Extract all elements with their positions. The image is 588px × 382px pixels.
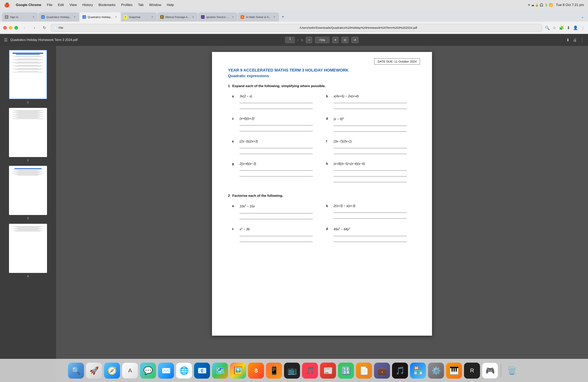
menubar-window[interactable]: Window: [149, 3, 161, 7]
tab-snapchat[interactable]: 👻 Snapchat ✕: [121, 12, 157, 21]
window-minimize[interactable]: [9, 26, 12, 30]
tab-title-snap: Snapchat: [129, 16, 149, 19]
menubar-app[interactable]: Google Chrome: [16, 3, 42, 7]
thumb-page-2: [9, 108, 47, 157]
tab-biblical[interactable]: B Biblical Passage A... ✕: [157, 12, 198, 21]
q2a-line2: [240, 219, 313, 219]
question-1e: e (2x−3)(2x+3): [228, 137, 322, 160]
menubar-edit[interactable]: Edit: [58, 3, 64, 7]
q2d-expr: 49x2 − 64y2: [334, 227, 350, 231]
dock-roblox[interactable]: R: [464, 363, 480, 379]
pdf-print-icon[interactable]: 🖨: [573, 38, 577, 42]
dock-contacts[interactable]: 📱: [266, 363, 282, 379]
thumb-page-4: [9, 224, 47, 273]
tab-title-q2: Quadratics Holiday...: [88, 16, 112, 19]
tab-title-q1: Quadratics Holiday...: [46, 16, 71, 19]
menubar-help[interactable]: Help: [167, 3, 174, 7]
q2b-line1: [334, 212, 407, 213]
tab-quadratics2[interactable]: Q Quadratics Holiday... ✕: [80, 12, 120, 21]
dock-photos[interactable]: 🖼️: [230, 363, 246, 379]
dock-epicgames[interactable]: 🎮: [482, 363, 498, 379]
tab-aimath[interactable]: A AI Math Solver & S... ✕: [238, 12, 279, 21]
dock-trash[interactable]: 🗑️: [504, 363, 520, 379]
q2b-letter: b: [326, 204, 330, 208]
dock-pages[interactable]: 📄: [356, 363, 372, 379]
dock-messages[interactable]: 💬: [140, 363, 156, 379]
thumbnail-1[interactable]: 1: [3, 50, 53, 104]
menubar-view[interactable]: View: [69, 3, 77, 7]
tab-ignatian[interactable]: I Ignatian Service -... ✕: [198, 12, 237, 21]
dock-music[interactable]: 🎵: [302, 363, 318, 379]
dock-chrome[interactable]: 🌐: [176, 363, 192, 379]
thumbnail-2[interactable]: 2: [3, 108, 53, 162]
search-icon[interactable]: 🔍: [545, 25, 550, 30]
dock-numpad[interactable]: 8: [248, 363, 264, 379]
tab-close-snap[interactable]: ✕: [151, 15, 154, 19]
pdf-sidebar-toggle[interactable]: ☰: [4, 38, 8, 42]
dock-numbers[interactable]: 🔢: [338, 363, 354, 379]
tab-close-biblical[interactable]: ✕: [191, 15, 195, 19]
dock-safari[interactable]: 🧭: [104, 363, 120, 379]
forward-button[interactable]: ›: [31, 24, 38, 31]
dock-mail[interactable]: ✉️: [158, 363, 174, 379]
q1f-line1: [334, 148, 407, 148]
new-tab-button[interactable]: +: [279, 13, 287, 20]
dock-spotify[interactable]: 🎵: [392, 363, 408, 379]
tab-favicon-q1: Q: [41, 15, 45, 19]
dock-maps[interactable]: 🗺️: [212, 363, 228, 379]
addressbar-actions: 🔍 ☆ 🧩 ⬇ 👤 ⋮: [545, 25, 585, 30]
dock-appstore[interactable]: 🏪: [410, 363, 426, 379]
apple-menu[interactable]: 🍎: [4, 2, 9, 8]
pdf-download-icon[interactable]: ⬇: [566, 38, 570, 42]
dock-preferences[interactable]: ⚙️: [428, 363, 444, 379]
thumbnail-4[interactable]: 4: [3, 224, 53, 278]
back-button[interactable]: ‹: [21, 24, 28, 31]
question-2c: c x2 − 36: [228, 225, 322, 248]
profile-icon[interactable]: 👤: [573, 25, 578, 30]
q1f-letter: f: [326, 140, 330, 143]
pdf-zoom-out[interactable]: −: [306, 37, 312, 43]
tab-expand-button[interactable]: ⌄: [579, 13, 586, 20]
doc-subtitle: Quadratic expressions: [228, 74, 416, 78]
tab-close-q2[interactable]: ✕: [114, 15, 118, 19]
dock-appletv[interactable]: 📺: [284, 363, 300, 379]
bookmark-star-icon[interactable]: ☆: [553, 25, 556, 30]
tab-close-q1[interactable]: ✕: [73, 15, 76, 19]
download-icon[interactable]: ⬇: [567, 25, 570, 30]
window-close[interactable]: [3, 26, 7, 30]
menubar-profiles[interactable]: Profiles: [121, 3, 133, 7]
tab-signin[interactable]: S Sign in ✕: [2, 12, 38, 21]
q1c-expr: (x+6)(x+3): [240, 117, 254, 120]
pdf-main: 1 2: [0, 46, 588, 382]
dock-news[interactable]: 📰: [320, 363, 336, 379]
menubar-tab[interactable]: Tab: [138, 3, 143, 7]
section-1: 1 Expand each of the following, simplify…: [228, 84, 416, 188]
dock-launchpad[interactable]: 🚀: [86, 363, 102, 379]
more-menu-icon[interactable]: ⋮: [581, 25, 585, 30]
reload-button[interactable]: ↻: [41, 24, 48, 31]
q2d-line1: [334, 236, 407, 236]
extensions-icon[interactable]: 🧩: [559, 25, 564, 30]
pdf-more-icon[interactable]: ⋮: [580, 38, 584, 42]
dock-finder[interactable]: 🔍: [68, 363, 84, 379]
dock-flstudio[interactable]: 🎹: [446, 363, 462, 379]
pdf-fit-page[interactable]: ⊡: [341, 37, 349, 43]
dock-outlook[interactable]: 📧: [194, 363, 210, 379]
dock-dictionary[interactable]: A: [122, 363, 138, 379]
tab-close-aimath[interactable]: ✕: [273, 15, 276, 19]
question-1d: d (x − 9)2: [322, 115, 416, 137]
pdf-page-input[interactable]: 1: [285, 37, 295, 43]
dock-teams[interactable]: 💼: [374, 363, 390, 379]
tab-close-ignatian[interactable]: ✕: [231, 15, 235, 19]
menubar-file[interactable]: File: [47, 3, 52, 7]
pdf-zoom-in[interactable]: +: [332, 37, 339, 43]
thumbnail-3[interactable]: 3: [3, 166, 53, 220]
q2a-letter: a: [232, 204, 236, 208]
tab-close-signin[interactable]: ✕: [32, 15, 35, 19]
address-bar[interactable]: 📄 File /Users/sethr/Downloads/Quadratics…: [51, 24, 542, 32]
pdf-rotate[interactable]: ↺: [351, 37, 358, 43]
tab-quadratics1[interactable]: Q Quadratics Holiday... ✕: [38, 12, 79, 21]
menubar-history[interactable]: History: [83, 3, 93, 7]
menubar-bookmarks[interactable]: Bookmarks: [99, 3, 116, 7]
window-maximize[interactable]: [14, 26, 18, 30]
